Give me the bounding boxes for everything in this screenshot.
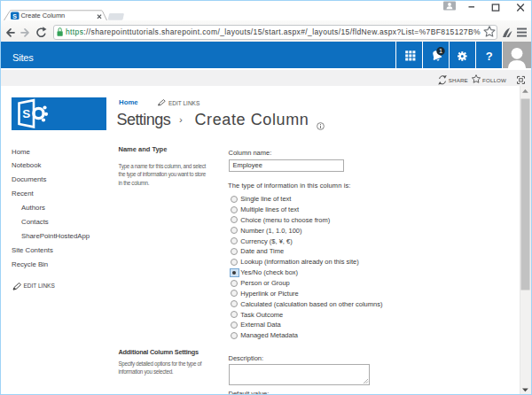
svg-text:S: S [12,13,17,19]
svg-text:SHARE: SHARE [449,77,468,83]
svg-text:Create Column: Create Column [21,12,66,19]
svg-text:S: S [22,107,30,120]
svg-text:1: 1 [439,47,442,55]
svg-text:FOLLOW: FOLLOW [482,77,506,83]
svg-text:?: ? [486,49,493,62]
